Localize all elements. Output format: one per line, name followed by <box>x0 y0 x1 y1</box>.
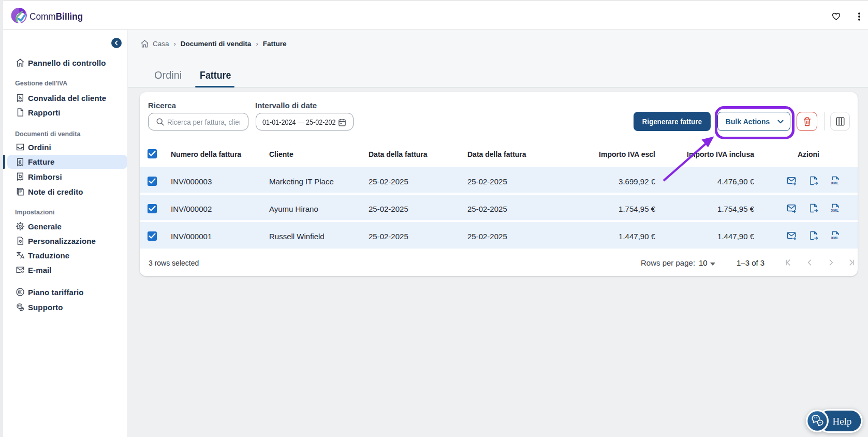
svg-text:XML: XML <box>831 208 839 213</box>
svg-text:XML: XML <box>831 181 839 185</box>
svg-text:Help: Help <box>833 416 852 427</box>
svg-text:XML: XML <box>831 236 839 240</box>
